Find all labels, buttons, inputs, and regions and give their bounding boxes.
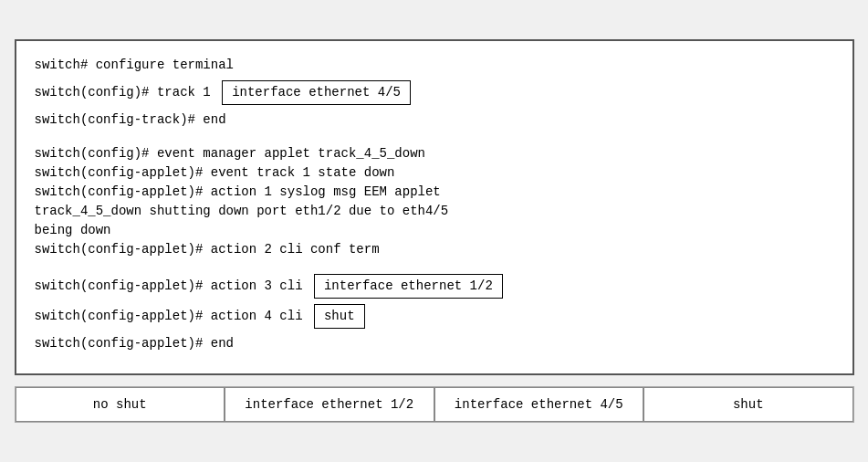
terminal-line-2-prefix: switch(config)# track 1 <box>35 83 219 102</box>
terminal-line-12: switch(config-applet)# end <box>35 334 834 353</box>
option-interface-ethernet-4-5[interactable]: interface ethernet 4/5 <box>434 387 644 422</box>
terminal-line-3: switch(config-track)# end <box>35 110 834 130</box>
terminal-container: switch# configure terminal switch(config… <box>15 39 854 375</box>
terminal-line-11-prefix: switch(config-applet)# action 4 cli <box>35 307 310 326</box>
terminal-line-11-container: switch(config-applet)# action 4 cli shut <box>35 304 834 329</box>
terminal-line-2-container: switch(config)# track 1 interface ethern… <box>35 80 834 105</box>
terminal-line-7: track_4_5_down shutting down port eth1/2… <box>35 202 834 221</box>
bottom-options-bar: no shut interface ethernet 1/2 interface… <box>15 386 854 423</box>
action3-interface-box[interactable]: interface ethernet 1/2 <box>314 274 503 299</box>
action4-shut-box[interactable]: shut <box>314 304 365 329</box>
option-shut[interactable]: shut <box>643 387 853 422</box>
option-no-shut[interactable]: no shut <box>16 387 225 422</box>
terminal-line-6: switch(config-applet)# action 1 syslog m… <box>35 183 834 202</box>
terminal-line-4: switch(config)# event manager applet tra… <box>35 144 834 163</box>
terminal-line-5: switch(config-applet)# event track 1 sta… <box>35 163 834 183</box>
terminal-line-10-prefix: switch(config-applet)# action 3 cli <box>35 277 310 296</box>
terminal-line-8: being down <box>35 221 834 240</box>
track-interface-box[interactable]: interface ethernet 4/5 <box>222 80 411 105</box>
terminal-line-9: switch(config-applet)# action 2 cli conf… <box>35 240 834 259</box>
terminal-line-10-container: switch(config-applet)# action 3 cli inte… <box>35 274 834 299</box>
terminal-line-1: switch# configure terminal <box>35 56 834 75</box>
option-interface-ethernet-1-2[interactable]: interface ethernet 1/2 <box>225 387 434 422</box>
